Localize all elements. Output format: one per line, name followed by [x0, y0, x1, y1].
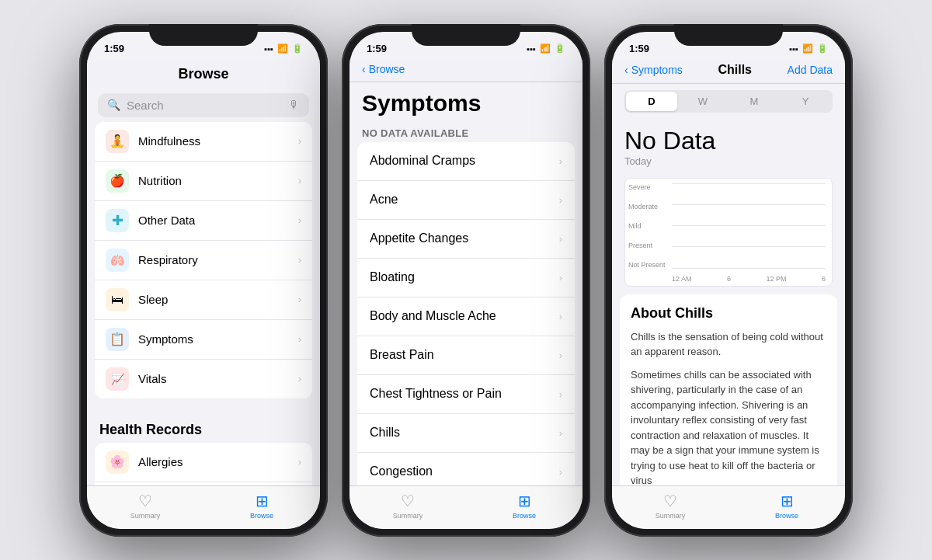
status-icons: ▪▪▪ 📶 🔋	[264, 43, 303, 54]
tab-summary[interactable]: ♡ Summary	[350, 486, 466, 526]
phone-browse: 1:59 ▪▪▪ 📶 🔋 Browse 🔍 Search 🎙 🧘	[79, 24, 328, 537]
time-tab-y[interactable]: Y	[780, 92, 831, 111]
list-item-sleep[interactable]: 🛏 Sleep ›	[95, 280, 312, 320]
symptom-item-body-ache[interactable]: Body and Muscle Ache ›	[357, 297, 575, 336]
tab-browse[interactable]: ⊞ Browse	[203, 486, 320, 526]
today-label: Today	[624, 155, 833, 167]
list-item-respiratory[interactable]: 🫁 Respiratory ›	[95, 241, 312, 280]
allergies-label: Allergies	[138, 455, 289, 468]
y-label-mild: Mild	[628, 222, 666, 230]
nav-row: ‹ Symptoms Chills Add Data	[624, 63, 833, 77]
chevron-icon: ›	[559, 427, 562, 439]
list-item-symptoms[interactable]: 📋 Symptoms ›	[95, 320, 312, 360]
symptom-label: Breast Pain	[370, 348, 559, 362]
search-bar[interactable]: 🔍 Search 🎙	[98, 93, 309, 117]
summary-tab-icon: ♡	[138, 492, 152, 510]
symptoms-nav: ‹ Browse	[350, 60, 582, 82]
health-records-list: 🌸 Allergies › 📊 Clinical Vitals › 🩺	[95, 443, 312, 485]
symptom-item-acne[interactable]: Acne ›	[357, 181, 575, 220]
chevron-icon: ›	[559, 233, 562, 245]
x-label-6pm: 6	[822, 275, 826, 283]
sleep-icon-wrap: 🛏	[106, 288, 129, 311]
tab-summary[interactable]: ♡ Summary	[612, 486, 729, 526]
symptom-label: Chills	[370, 426, 559, 440]
symptom-item-abdominal[interactable]: Abdominal Cramps ›	[357, 142, 575, 181]
wifi-icon: 📶	[277, 43, 288, 54]
y-label-severe: Severe	[628, 183, 666, 191]
x-label-12am: 12 AM	[672, 275, 692, 283]
add-data-button[interactable]: Add Data	[788, 64, 833, 76]
symptom-label: Body and Muscle Ache	[370, 309, 559, 323]
battery-icon: 🔋	[817, 43, 828, 54]
symptom-label: Chest Tightness or Pain	[370, 387, 559, 401]
symptoms-label: Symptoms	[138, 332, 289, 346]
notch	[412, 24, 520, 46]
time-tab-d[interactable]: D	[626, 92, 677, 111]
chills-header: No Data Today	[612, 119, 845, 175]
time-tab-w[interactable]: W	[677, 92, 729, 111]
battery-icon: 🔋	[292, 43, 303, 54]
symptom-label: Acne	[370, 193, 559, 207]
mindfulness-label: Mindfulness	[138, 134, 289, 148]
list-item-other-data[interactable]: ✚ Other Data ›	[95, 201, 312, 241]
wifi-icon: 📶	[540, 43, 551, 54]
summary-tab-label: Summary	[130, 512, 161, 520]
search-icon: 🔍	[107, 99, 120, 111]
list-item-nutrition[interactable]: 🍎 Nutrition ›	[95, 162, 312, 201]
tab-summary[interactable]: ♡ Summary	[87, 486, 203, 526]
symptom-label: Appetite Changes	[370, 231, 559, 245]
browse-tab-icon: ⊞	[781, 492, 794, 510]
search-placeholder: Search	[127, 99, 164, 112]
about-paragraph-1: Chills is the sensation of being cold wi…	[631, 329, 826, 360]
symptoms-scroll[interactable]: Symptoms No Data Available Abdominal Cra…	[350, 82, 582, 485]
nutrition-icon-wrap: 🍎	[106, 169, 129, 193]
tab-browse[interactable]: ⊞ Browse	[729, 486, 845, 526]
screen-browse: 1:59 ▪▪▪ 📶 🔋 Browse 🔍 Search 🎙 🧘	[87, 32, 320, 529]
summary-tab-icon: ♡	[663, 492, 677, 510]
list-item-mindfulness[interactable]: 🧘 Mindfulness ›	[95, 122, 312, 162]
vitals-icon: 📈	[111, 373, 124, 385]
nutrition-icon: 🍎	[110, 173, 125, 188]
screen-symptoms: 1:59 ▪▪▪ 📶 🔋 ‹ Browse Symptoms No Data A…	[350, 32, 582, 529]
status-time: 1:59	[367, 43, 387, 54]
chevron-icon: ›	[298, 175, 301, 186]
allergies-icon-wrap: 🌸	[106, 450, 129, 474]
chevron-icon: ›	[559, 350, 562, 361]
symptom-item-congestion[interactable]: Congestion ›	[357, 453, 575, 485]
chart-y-labels: Severe Moderate Mild Present Not Present	[628, 183, 666, 269]
list-item-vitals[interactable]: 📈 Vitals ›	[95, 360, 312, 398]
signal-icon: ▪▪▪	[527, 44, 536, 54]
symptom-item-bloating[interactable]: Bloating ›	[357, 259, 575, 297]
symptom-item-chest[interactable]: Chest Tightness or Pain ›	[357, 375, 575, 414]
chevron-icon: ›	[559, 466, 562, 478]
chills-nav: ‹ Symptoms Chills Add Data	[612, 60, 845, 84]
back-button[interactable]: ‹ Browse	[362, 63, 570, 75]
sleep-icon: 🛏	[111, 293, 123, 307]
symptom-label: Congestion	[370, 464, 559, 478]
browse-tab-icon: ⊞	[256, 492, 269, 510]
y-label-moderate: Moderate	[628, 203, 666, 210]
notch	[149, 24, 258, 46]
symptom-item-appetite[interactable]: Appetite Changes ›	[357, 220, 575, 259]
tab-browse[interactable]: ⊞ Browse	[466, 486, 582, 526]
chevron-icon: ›	[298, 456, 301, 468]
chevron-icon: ›	[559, 194, 562, 206]
battery-icon: 🔋	[555, 43, 565, 54]
respiratory-icon: 🫁	[110, 253, 125, 267]
status-icons: ▪▪▪ 📶 🔋	[789, 43, 828, 54]
notch	[674, 24, 783, 46]
chills-scroll[interactable]: D W M Y No Data Today Severe Moderate Mi…	[612, 84, 845, 485]
list-item-allergies[interactable]: 🌸 Allergies ›	[95, 443, 312, 482]
phone-symptoms: 1:59 ▪▪▪ 📶 🔋 ‹ Browse Symptoms No Data A…	[342, 24, 590, 537]
respiratory-label: Respiratory	[138, 253, 289, 266]
browse-scroll[interactable]: 🔍 Search 🎙 🧘 Mindfulness › 🍎 Nutr	[87, 89, 320, 485]
symptom-item-chills[interactable]: Chills ›	[357, 414, 575, 453]
symptom-item-breast-pain[interactable]: Breast Pain ›	[357, 336, 575, 375]
vitals-label: Vitals	[138, 372, 289, 385]
back-button[interactable]: ‹ Symptoms	[624, 64, 683, 76]
time-tab-m[interactable]: M	[729, 92, 780, 111]
chevron-icon: ›	[298, 214, 301, 226]
about-title: About Chills	[631, 305, 826, 322]
wifi-icon: 📶	[802, 43, 813, 54]
time-tabs: D W M Y	[624, 90, 833, 113]
